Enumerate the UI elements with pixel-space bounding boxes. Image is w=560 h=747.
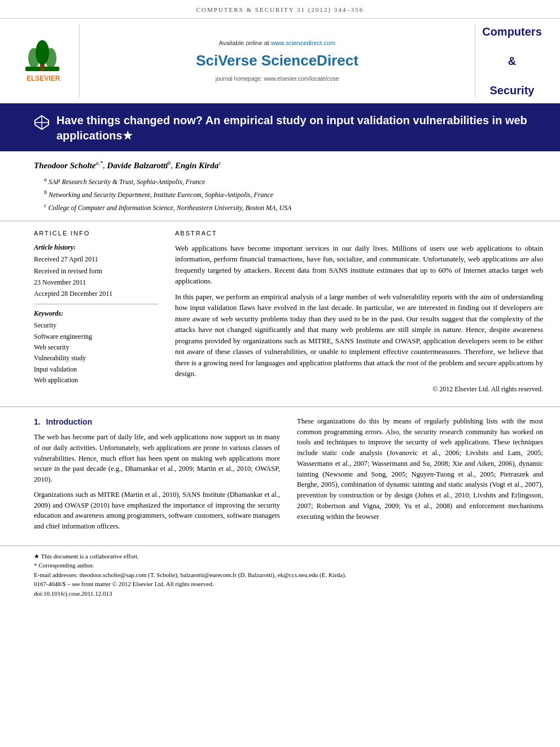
svg-rect-4	[40, 64, 45, 71]
copyright-line: © 2012 Elsevier Ltd. All rights reserved…	[175, 384, 543, 394]
author-2-sup: b	[168, 160, 171, 166]
keyword-3: Web security	[34, 343, 158, 352]
footer-email: E-mail addresses: theodoor.scholte@sap.c…	[34, 570, 543, 580]
author-1-sup: a,*	[96, 160, 103, 166]
keyword-4: Vulnerability study	[34, 353, 158, 363]
history-item-1: Received 27 April 2011	[34, 255, 158, 264]
abstract-text: Web applications have become important s…	[175, 243, 543, 394]
article-info-abstract: ARTICLE INFO Article history: Received 2…	[0, 221, 560, 407]
article-info-header: ARTICLE INFO	[34, 229, 158, 238]
elsevier-tree-icon: ELSEVIER	[20, 38, 65, 84]
intro-para-1: The web has become part of daily life, a…	[34, 432, 280, 485]
intro-right-col: These organizations do this by means of …	[297, 416, 543, 536]
footer-rights: 0167-4048/$ – see front matter © 2012 El…	[34, 579, 543, 589]
section-number: 1.	[34, 417, 41, 426]
intro-para-2: Organizations such as MITRE (Martin et a…	[34, 490, 280, 532]
author-1-name: Theodoor Scholte	[34, 161, 96, 170]
keywords-label: Keywords:	[34, 309, 158, 318]
elsevier-logo-block: ELSEVIER	[6, 24, 79, 98]
history-item-3: 23 November 2011	[34, 278, 158, 287]
history-item-4: Accepted 28 December 2011	[34, 289, 158, 299]
abstract-para-1: Web applications have become important s…	[175, 243, 543, 287]
abstract-col: ABSTRACT Web applications have become im…	[175, 229, 543, 399]
header-section: ELSEVIER Available online at www.science…	[0, 19, 560, 105]
author-2-name: Davide Balzarotti	[107, 161, 168, 170]
right-header-title: Computers & Security	[475, 24, 549, 98]
footer-doi: doi:10.1016/j.cose.2011.12.013	[34, 589, 543, 599]
article-title: Have things changed now? An empirical st…	[56, 113, 549, 143]
journal-homepage: journal homepage: www.elsevier.com/locat…	[216, 75, 339, 84]
authors-section: Theodoor Scholtea,*, Davide Balzarottib,…	[0, 151, 560, 221]
footer-star-note: ★ This document is a collaborative effor…	[34, 552, 543, 561]
affiliation-3: c College of Computer and Information Sc…	[34, 202, 526, 213]
center-header: Available online at www.sciencedirect.co…	[79, 24, 475, 98]
article-info-col: ARTICLE INFO Article history: Received 2…	[34, 229, 158, 399]
journal-bar-text: COMPUTERS & SECURITY 31 (2012) 344–356	[196, 6, 364, 13]
intro-para-3: These organizations do this by means of …	[297, 416, 543, 522]
journal-bar: COMPUTERS & SECURITY 31 (2012) 344–356	[0, 0, 560, 19]
footer-corresponding: * Corresponding author.	[34, 561, 543, 570]
intro-heading-text: Introduction	[46, 417, 93, 426]
title-section: Have things changed now? An empirical st…	[0, 105, 560, 151]
divider	[34, 304, 158, 304]
intro-left-col: 1. Introduction The web has become part …	[34, 416, 280, 536]
author-3-name: Engin Kirda	[175, 161, 218, 170]
sciverse-direct: ScienceDirect	[261, 52, 358, 69]
available-online: Available online at www.sciencedirect.co…	[219, 39, 335, 48]
intro-heading: 1. Introduction	[34, 416, 280, 427]
keyword-5: Input validation	[34, 365, 158, 374]
sciverse-logo: SciVerse ScienceDirect	[196, 50, 358, 72]
svg-point-3	[45, 48, 56, 68]
affiliation-2: b Networking and Security Department, In…	[34, 189, 526, 200]
introduction-section: 1. Introduction The web has become part …	[0, 407, 560, 545]
sciverse-sci: SciVerse	[196, 52, 261, 69]
article-history-label: Article history:	[34, 243, 158, 252]
authors-line: Theodoor Scholtea,*, Davide Balzarottib,…	[34, 159, 526, 172]
keyword-6: Web application	[34, 375, 158, 385]
svg-text:ELSEVIER: ELSEVIER	[27, 75, 60, 82]
keyword-2: Software engineering	[34, 332, 158, 342]
affiliation-1: a SAP Research Security & Trust, Sophia-…	[34, 176, 526, 187]
footer-notes: ★ This document is a collaborative effor…	[0, 545, 560, 604]
abstract-header: ABSTRACT	[175, 229, 543, 238]
keyword-1: Security	[34, 321, 158, 330]
abstract-para-2: In this paper, we perform an empirical a…	[175, 291, 543, 379]
author-3-sup: c	[218, 160, 221, 166]
page: COMPUTERS & SECURITY 31 (2012) 344–356 E…	[0, 0, 560, 747]
article-icon	[34, 115, 50, 136]
history-item-2: Received in revised form	[34, 267, 158, 276]
sciencedirect-url[interactable]: www.sciencedirect.com	[271, 40, 335, 46]
